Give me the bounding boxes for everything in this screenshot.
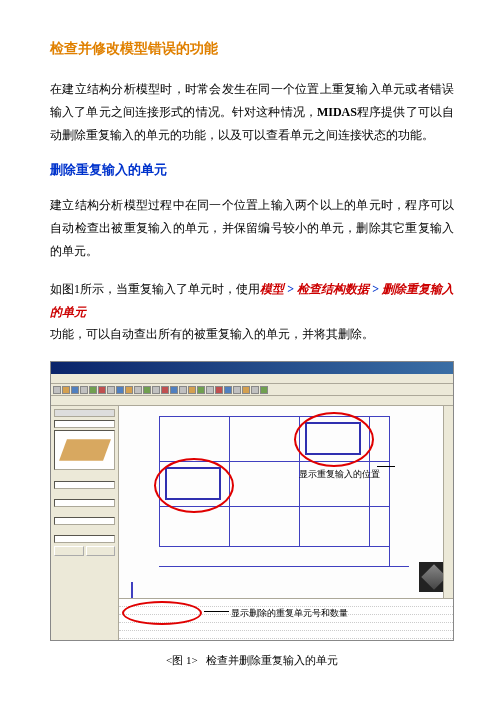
grid-line — [159, 546, 389, 547]
toolbar-icon — [251, 386, 259, 394]
red-highlight-message — [122, 601, 202, 625]
paragraph-3: 如图1所示，当重复输入了单元时，使用模型 > 检查结构数据 > 删除重复输入的单… — [50, 278, 454, 346]
side-label — [54, 473, 115, 480]
figure-1-screenshot: 显示重复输入的位置 — [50, 361, 454, 641]
toolbar-icon — [152, 386, 160, 394]
toolbar-icon — [134, 386, 142, 394]
toolbar-icon — [89, 386, 97, 394]
side-label — [54, 509, 115, 516]
app-titlebar — [51, 362, 453, 374]
para3-text-a: 如图1所示，当重复输入了单元时，使用 — [50, 282, 260, 296]
toolbar-icon — [125, 386, 133, 394]
midas-bold: MIDAS — [317, 105, 357, 119]
toolbar-icon — [215, 386, 223, 394]
main-title: 检查并修改模型错误的功能 — [50, 40, 454, 58]
callout-duplicate-position: 显示重复输入的位置 — [299, 468, 380, 481]
side-preview — [54, 430, 115, 470]
caption-prefix: <图 1> — [166, 654, 198, 666]
arrow-2: > — [369, 282, 382, 296]
toolbar-icon — [71, 386, 79, 394]
app-body: 显示重复输入的位置 — [51, 406, 453, 641]
side-field — [54, 499, 115, 507]
toolbar-icon — [62, 386, 70, 394]
arrow-1: > — [284, 282, 297, 296]
toolbar-icon — [98, 386, 106, 394]
side-field — [54, 481, 115, 489]
menu-model: 模型 — [260, 282, 284, 296]
toolbar-icon — [179, 386, 187, 394]
toolbar-icon — [206, 386, 214, 394]
toolbar-icon — [260, 386, 268, 394]
scrollbar-vertical — [443, 406, 453, 598]
toolbar-icon — [170, 386, 178, 394]
side-label — [54, 491, 115, 498]
callout-line — [204, 611, 229, 612]
toolbar-icon — [197, 386, 205, 394]
toolbar-icon — [53, 386, 61, 394]
side-field — [54, 535, 115, 543]
figure-1-container: 显示重复输入的位置 — [50, 361, 454, 668]
red-highlight-circle — [294, 412, 374, 467]
toolbar-icon — [161, 386, 169, 394]
side-field — [54, 420, 115, 428]
preview-shape — [59, 439, 111, 461]
caption-text: 检查并删除重复输入的单元 — [206, 654, 338, 666]
side-field — [54, 517, 115, 525]
app-toolbar-2 — [51, 396, 453, 406]
grid-line — [159, 566, 409, 567]
subtitle-delete-duplicate: 删除重复输入的单元 — [50, 161, 454, 179]
app-toolbar-1 — [51, 384, 453, 396]
toolbar-icon — [233, 386, 241, 394]
paragraph-2: 建立结构分析模型过程中在同一个位置上输入两个以上的单元时，程序可以自动检查出被重… — [50, 194, 454, 262]
menu-check-data: 检查结构数据 — [297, 282, 369, 296]
canvas-area: 显示重复输入的位置 — [119, 406, 453, 641]
toolbar-icon — [242, 386, 250, 394]
toolbar-icon — [143, 386, 151, 394]
toolbar-icon — [188, 386, 196, 394]
toolbar-icon — [80, 386, 88, 394]
grid-line — [389, 416, 390, 566]
side-tabs — [54, 409, 115, 417]
app-menubar — [51, 374, 453, 384]
side-buttons — [54, 546, 115, 556]
paragraph-1: 在建立结构分析模型时，时常会发生在同一个位置上重复输入单元或者错误输入了单元之间… — [50, 78, 454, 146]
callout-line — [377, 466, 395, 467]
para3-text-b: 功能，可以自动查出所有的被重复输入的单元，并将其删除。 — [50, 327, 374, 341]
toolbar-icon — [224, 386, 232, 394]
red-highlight-circle — [154, 458, 234, 513]
toolbar-icon — [116, 386, 124, 394]
message-line — [119, 631, 453, 639]
side-panel — [51, 406, 119, 641]
message-panel: 显示删除的重复单元号和数量 — [119, 598, 453, 641]
callout-deleted-info: 显示删除的重复单元号和数量 — [231, 607, 348, 620]
figure-1-caption: <图 1> 检查并删除重复输入的单元 — [50, 653, 454, 668]
side-button — [54, 546, 84, 556]
side-button — [86, 546, 116, 556]
side-label — [54, 527, 115, 534]
toolbar-icon — [107, 386, 115, 394]
